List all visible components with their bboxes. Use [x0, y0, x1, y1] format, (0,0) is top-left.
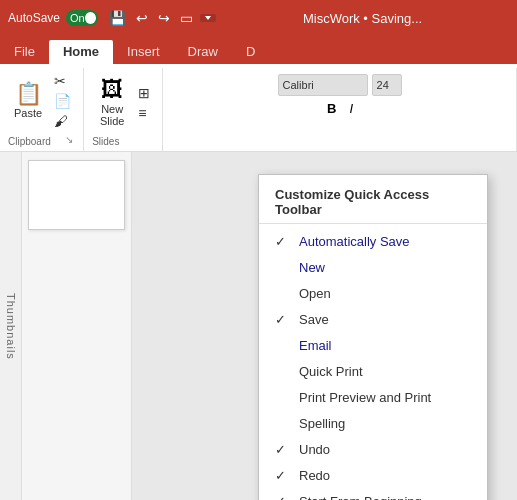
menu-item-label: Undo	[299, 442, 330, 457]
tab-d[interactable]: D	[232, 40, 269, 64]
redo-icon[interactable]: ↪	[155, 8, 173, 28]
ribbon-content: 📋 Paste ✂ 📄 🖌 Clipboard ↘ 🖼 NewSlide ⊞ ≡	[0, 64, 517, 152]
clipboard-expand-icon[interactable]: ↘	[63, 132, 75, 147]
autosave-toggle[interactable]: On	[66, 10, 98, 26]
title-bar: AutoSave On 💾 ↩ ↪ ▭ MiscWork • Saving...	[0, 0, 517, 36]
check-icon: ✓	[275, 234, 291, 249]
slides-group-label: Slides	[92, 136, 119, 151]
undo-icon[interactable]: ↩	[133, 8, 151, 28]
clipboard-group: 📋 Paste ✂ 📄 🖌 Clipboard ↘	[0, 68, 84, 151]
tab-file[interactable]: File	[0, 40, 49, 64]
menu-item-label: Start From Beginning	[299, 494, 422, 501]
check-icon: ✓	[275, 468, 291, 483]
menu-item-label: Redo	[299, 468, 330, 483]
menu-item-label: Email	[299, 338, 332, 353]
clipboard-group-label: Clipboard	[8, 136, 51, 151]
autosave-label: AutoSave	[8, 11, 60, 25]
paste-icon: 📋	[15, 83, 42, 105]
thumbnails-sidebar: Thumbnails	[0, 152, 22, 500]
menu-item-label: Automatically Save	[299, 234, 410, 249]
font-name-input[interactable]: Calibri	[278, 74, 368, 96]
paste-button[interactable]: 📋 Paste	[8, 81, 48, 121]
toggle-knob	[85, 12, 96, 24]
menu-item-save[interactable]: ✓Save	[259, 306, 487, 332]
clipboard-small-buttons: ✂ 📄 🖌	[50, 72, 75, 130]
document-title: MiscWork • Saving...	[216, 11, 509, 26]
menu-item-undo[interactable]: ✓Undo	[259, 436, 487, 462]
menu-item-start-from-beginning[interactable]: ✓Start From Beginning	[259, 488, 487, 500]
customize-qat-dropdown: Customize Quick Access Toolbar ✓Automati…	[258, 174, 488, 500]
slide-small-buttons: ⊞ ≡	[134, 84, 154, 122]
paste-label: Paste	[14, 107, 42, 119]
menu-item-new[interactable]: ✓New	[259, 254, 487, 280]
menu-item-email[interactable]: ✓Email	[259, 332, 487, 358]
new-slide-label: NewSlide	[100, 103, 124, 127]
font-group: Calibri 24 B I	[163, 68, 517, 151]
tab-insert[interactable]: Insert	[113, 40, 174, 64]
ribbon-tabs: File Home Insert Draw D	[0, 36, 517, 64]
layout-icon[interactable]: ⊞	[134, 84, 154, 102]
present-icon[interactable]: ▭	[177, 8, 196, 28]
main-area: Thumbnails Customize Quick Access Toolba…	[0, 152, 517, 500]
menu-item-quick-print[interactable]: ✓Quick Print	[259, 358, 487, 384]
new-slide-button[interactable]: 🖼 NewSlide	[92, 77, 132, 129]
menu-item-spelling[interactable]: ✓Spelling	[259, 410, 487, 436]
customize-qat-button[interactable]	[200, 14, 216, 22]
menu-item-label: Spelling	[299, 416, 345, 431]
menu-item-redo[interactable]: ✓Redo	[259, 462, 487, 488]
new-slide-icon: 🖼	[101, 79, 123, 101]
thumbnails-panel	[22, 152, 132, 500]
menu-item-print-preview[interactable]: ✓Print Preview and Print	[259, 384, 487, 410]
menu-items-container: ✓Automatically Save✓New✓Open✓Save✓Email✓…	[259, 228, 487, 500]
menu-item-open[interactable]: ✓Open	[259, 280, 487, 306]
chevron-down-icon	[205, 16, 211, 20]
format-painter-icon[interactable]: 🖌	[50, 112, 75, 130]
tab-draw[interactable]: Draw	[174, 40, 232, 64]
section-icon[interactable]: ≡	[134, 104, 154, 122]
autosave-area: AutoSave On	[8, 10, 98, 26]
slide-thumbnail[interactable]	[28, 160, 125, 230]
dropdown-header: Customize Quick Access Toolbar	[259, 179, 487, 224]
check-icon: ✓	[275, 442, 291, 457]
menu-item-auto-save[interactable]: ✓Automatically Save	[259, 228, 487, 254]
sidebar-label: Thumbnails	[5, 293, 17, 360]
italic-button[interactable]: I	[345, 100, 357, 117]
tab-home[interactable]: Home	[49, 40, 113, 64]
menu-item-label: Print Preview and Print	[299, 390, 431, 405]
menu-item-label: Quick Print	[299, 364, 363, 379]
slides-buttons: 🖼 NewSlide ⊞ ≡	[92, 70, 154, 136]
bold-button[interactable]: B	[322, 100, 341, 117]
toggle-state-text: On	[70, 12, 85, 24]
save-icon[interactable]: 💾	[106, 8, 129, 28]
quick-access-toolbar: 💾 ↩ ↪ ▭	[106, 8, 216, 28]
copy-icon[interactable]: 📄	[50, 92, 75, 110]
check-icon: ✓	[275, 312, 291, 327]
check-icon: ✓	[275, 494, 291, 501]
menu-item-label: Open	[299, 286, 331, 301]
clipboard-buttons: 📋 Paste ✂ 📄 🖌	[8, 70, 75, 132]
font-size-input[interactable]: 24	[372, 74, 402, 96]
slides-group: 🖼 NewSlide ⊞ ≡ Slides	[84, 68, 163, 151]
cut-icon[interactable]: ✂	[50, 72, 75, 90]
menu-item-label: New	[299, 260, 325, 275]
menu-item-label: Save	[299, 312, 329, 327]
